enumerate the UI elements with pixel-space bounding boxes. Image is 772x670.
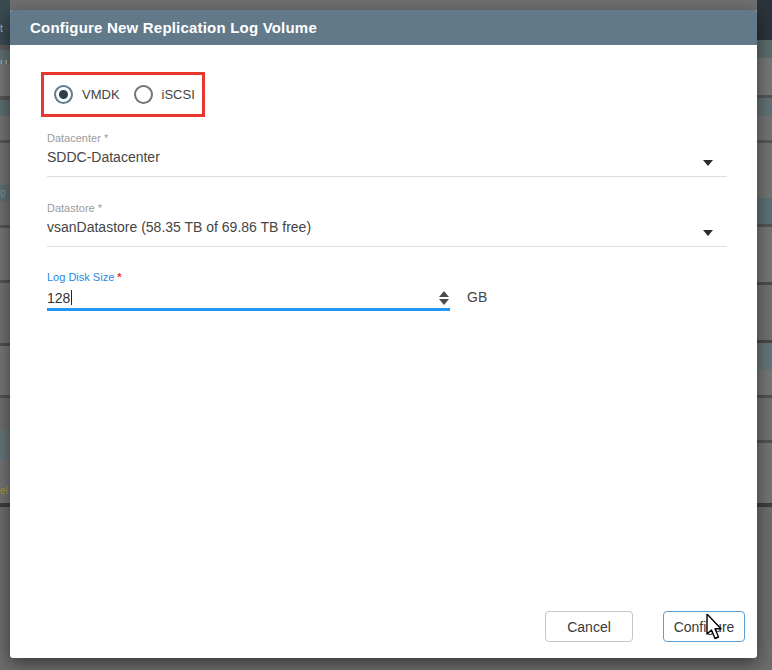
radio-option-iscsi[interactable]: iSCSI <box>134 85 195 104</box>
log-disk-size-field: Log Disk Size * 128 GB <box>47 271 727 316</box>
configure-button[interactable]: Configure <box>663 611 745 642</box>
background-text-fragment: el <box>0 486 8 496</box>
number-stepper[interactable] <box>437 290 451 306</box>
background-band <box>757 58 772 95</box>
radio-unselected-icon[interactable] <box>134 85 153 104</box>
background-band <box>757 343 772 370</box>
dialog-title: Configure New Replication Log Volume <box>30 19 317 36</box>
required-asterisk: * <box>104 132 108 144</box>
background-band <box>757 198 772 224</box>
log-disk-size-label: Log Disk Size * <box>47 271 727 283</box>
focused-input-underline <box>47 308 450 311</box>
cancel-button[interactable]: Cancel <box>545 611 633 642</box>
datastore-label: Datastore * <box>47 202 727 214</box>
background-band <box>757 285 772 340</box>
background-band <box>757 40 772 58</box>
background-band <box>0 346 10 395</box>
background-band <box>0 460 10 503</box>
background-band <box>0 100 10 116</box>
background-band <box>757 443 772 503</box>
stepper-up-icon[interactable] <box>439 291 449 297</box>
background-band <box>0 64 10 96</box>
required-asterisk: * <box>98 202 102 214</box>
background-band <box>757 227 772 282</box>
required-asterisk: * <box>117 271 121 283</box>
background-band <box>0 283 10 343</box>
background-band <box>757 370 772 395</box>
datastore-value[interactable]: vsanDatastore (58.35 TB of 69.86 TB free… <box>47 219 727 235</box>
background-band <box>0 143 10 185</box>
background-left-strip: t U g el <box>0 0 10 670</box>
configure-replication-log-volume-dialog: Configure New Replication Log Volume VMD… <box>10 10 757 658</box>
datastore-select[interactable]: Datastore * vsanDatastore (58.35 TB of 6… <box>47 202 727 247</box>
background-band <box>757 116 772 140</box>
background-band <box>0 228 10 280</box>
radio-option-vmdk[interactable]: VMDK <box>54 85 120 104</box>
log-disk-size-input[interactable]: 128 GB <box>47 289 727 307</box>
background-band <box>0 201 10 225</box>
background-band <box>0 507 10 670</box>
chevron-down-icon[interactable] <box>703 230 713 236</box>
background-right-strip <box>757 0 772 670</box>
dialog-header: Configure New Replication Log Volume <box>10 10 757 45</box>
background-band <box>0 430 10 460</box>
radio-label-vmdk: VMDK <box>82 87 120 102</box>
text-cursor <box>71 290 72 305</box>
field-underline <box>47 246 727 247</box>
background-band <box>757 507 772 670</box>
background-band <box>757 0 772 40</box>
datacenter-value[interactable]: SDDC-Datacenter <box>47 149 727 165</box>
datacenter-select[interactable]: Datacenter * SDDC-Datacenter <box>47 132 727 177</box>
background-band <box>757 98 772 116</box>
datacenter-label: Datacenter * <box>47 132 727 144</box>
field-underline <box>47 176 727 177</box>
background-band <box>757 143 772 198</box>
unit-label: GB <box>467 289 487 305</box>
background-text-fragment: t <box>0 24 3 34</box>
background-band <box>0 398 10 430</box>
chevron-down-icon[interactable] <box>703 160 713 166</box>
background-band <box>757 398 772 440</box>
annotation-highlight-box: VMDK iSCSI <box>41 72 205 117</box>
radio-label-iscsi: iSCSI <box>162 87 195 102</box>
radio-selected-icon[interactable] <box>54 85 73 104</box>
stepper-down-icon[interactable] <box>439 299 449 305</box>
log-disk-size-value[interactable]: 128 <box>47 290 70 306</box>
background-text-fragment: g <box>0 188 6 198</box>
background-band <box>0 116 10 140</box>
